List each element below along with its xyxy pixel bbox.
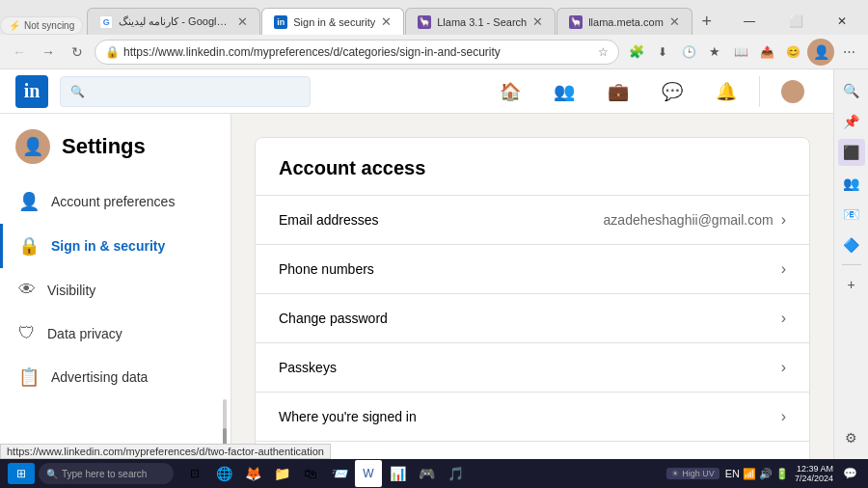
sidebar-label-data-privacy: Data privacy — [47, 326, 122, 341]
taskbar-app-firefox[interactable]: 🦊 — [239, 460, 266, 487]
settings-item-signed-in[interactable]: Where you're signed in › — [256, 393, 809, 442]
settings-menu-button[interactable]: ⋯ — [837, 41, 860, 64]
minimize-button[interactable]: — — [727, 8, 772, 35]
right-sidebar-add-icon[interactable]: + — [838, 271, 865, 298]
tab-favicon-linkedin: in — [274, 15, 287, 29]
extensions-button[interactable]: 🧩 — [625, 41, 648, 64]
taskbar-system-icons: EN 📶 🔊 🔋 — [725, 468, 789, 480]
sign-in-icon: 🔒 — [18, 235, 40, 257]
email-label: Email addresses — [279, 212, 604, 228]
right-sidebar-contacts-icon[interactable]: 👥 — [838, 170, 865, 197]
profile-avatar-icon: 👤 — [813, 44, 829, 60]
settings-item-devices[interactable]: Devices that remember your password › — [256, 442, 809, 459]
taskbar-search-box[interactable]: 🔍 Type here to search — [39, 463, 174, 484]
right-sidebar-search-icon[interactable]: 🔍 — [838, 77, 865, 104]
settings-item-email[interactable]: Email addresses azadeheshaghii@gmail.com… — [256, 196, 809, 245]
sidebar-item-advertising-data[interactable]: 📋 Advertising data — [0, 355, 231, 399]
nav-divider — [759, 76, 760, 107]
nav-notifications[interactable]: 🔔 — [701, 77, 751, 106]
nav-home[interactable]: 🏠 — [485, 77, 535, 106]
feedback-button[interactable]: 😊 — [781, 41, 804, 64]
taskbar-app-unknown2[interactable]: 🎵 — [442, 460, 469, 487]
email-value: azadeheshaghii@gmail.com — [604, 212, 773, 228]
taskbar-apps: ⊡ 🌐 🦊 📁 🛍 📨 W 📊 🎮 🎵 — [181, 460, 469, 487]
sidebar-item-data-privacy[interactable]: 🛡 Data privacy — [0, 312, 231, 355]
favorites-button[interactable]: ★ — [703, 41, 726, 64]
account-preferences-icon: 👤 — [18, 191, 40, 212]
sidebar-item-visibility[interactable]: 👁 Visibility — [0, 268, 231, 312]
tab-linkedin[interactable]: in Sign in & security ✕ — [261, 8, 404, 35]
passkeys-arrow-icon: › — [781, 359, 786, 376]
taskbar-search-text: Type here to search — [62, 469, 147, 479]
settings-item-password[interactable]: Change password › — [256, 294, 809, 343]
not-syncing-indicator[interactable]: ⚡ Not syncing — [0, 16, 83, 35]
sidebar-item-account-preferences[interactable]: 👤 Account preferences — [0, 179, 231, 224]
tab-title-llama-meta: llama.meta.com — [588, 16, 664, 28]
tab-close-google[interactable]: ✕ — [237, 14, 248, 29]
tab-llama-search[interactable]: 🦙 Llama 3.1 - Search ✕ — [405, 8, 556, 35]
history-button[interactable]: 🕒 — [677, 41, 700, 64]
tab-close-llama-meta[interactable]: ✕ — [669, 14, 680, 29]
back-button[interactable]: ← — [8, 41, 31, 64]
taskbar-app-unknown1[interactable]: 🎮 — [413, 460, 440, 487]
tab-close-llama-search[interactable]: ✕ — [532, 14, 543, 29]
taskbar-status-badge: ☀ High UV — [666, 468, 719, 479]
right-sidebar-separator — [842, 264, 861, 265]
tab-google[interactable]: G کارنامه لیدینگ - Google Leiting ✕ — [87, 8, 260, 35]
right-sidebar-history-icon[interactable]: ⬛ — [838, 139, 865, 166]
taskbar-app-task-view[interactable]: ⊡ — [181, 460, 208, 487]
start-button[interactable]: ⊞ — [8, 463, 35, 484]
tab-close-linkedin[interactable]: ✕ — [381, 14, 392, 29]
taskbar-app-powerpoint[interactable]: 📊 — [384, 460, 411, 487]
taskbar-app-edge[interactable]: 🌐 — [210, 460, 237, 487]
content-area: in 🔍 🏠 👥 💼 — [0, 69, 868, 459]
settings-item-passkeys[interactable]: Passkeys › — [256, 343, 809, 393]
taskbar-datetime: 12:39 AM 7/24/2024 — [795, 464, 833, 483]
settings-item-phone[interactable]: Phone numbers › — [256, 245, 809, 294]
nav-messaging[interactable]: 💬 — [647, 77, 697, 106]
taskbar-search-icon: 🔍 — [46, 469, 58, 479]
right-sidebar-settings-icon[interactable]: ⚙ — [838, 424, 865, 451]
me-avatar — [781, 80, 804, 103]
nav-network[interactable]: 👥 — [539, 77, 589, 106]
visibility-icon: 👁 — [18, 280, 36, 300]
tab-llama-meta[interactable]: 🦙 llama.meta.com ✕ — [556, 8, 692, 35]
sidebar-scroll-indicator — [0, 399, 231, 419]
sidebar-label-sign-in-security: Sign in & security — [51, 238, 165, 254]
address-bar[interactable]: 🔒 https://www.linkedin.com/mypreferences… — [95, 40, 619, 65]
passkeys-label: Passkeys — [279, 360, 781, 375]
share-button[interactable]: 📤 — [755, 41, 778, 64]
linkedin-logo[interactable]: in — [15, 75, 48, 108]
maximize-button[interactable]: ⬜ — [773, 8, 818, 35]
right-sidebar-office-icon[interactable]: 🔷 — [838, 231, 865, 258]
network-icon: 👥 — [554, 81, 575, 102]
close-window-button[interactable]: ✕ — [820, 8, 864, 35]
tab-title-llama-search: Llama 3.1 - Search — [437, 16, 527, 28]
downloads-button[interactable]: ⬇ — [651, 41, 674, 64]
phone-arrow-icon: › — [781, 260, 786, 278]
notification-button[interactable]: 💬 — [839, 463, 860, 484]
browser-status-bar: https://www.linkedin.com/mypreferences/d… — [0, 444, 331, 459]
bookmark-star-icon[interactable]: ☆ — [598, 45, 609, 59]
windows-icon: ⊞ — [16, 467, 26, 480]
sidebar-item-sign-in-security[interactable]: 🔒 Sign in & security — [0, 224, 231, 268]
linkedin-search-bar[interactable]: 🔍 — [60, 76, 311, 107]
signed-in-arrow-icon: › — [781, 408, 786, 425]
taskbar-app-mail[interactable]: 📨 — [326, 460, 353, 487]
taskbar-app-word[interactable]: W — [355, 460, 382, 487]
refresh-button[interactable]: ↻ — [66, 41, 89, 64]
taskbar-app-store[interactable]: 🛍 — [297, 460, 324, 487]
browser-toolbar-right: 🧩 ⬇ 🕒 ★ 📖 📤 😊 👤 ⋯ — [625, 39, 860, 66]
taskbar-app-explorer[interactable]: 📁 — [268, 460, 295, 487]
new-tab-button[interactable]: + — [693, 8, 720, 35]
signed-in-label: Where you're signed in — [279, 409, 781, 424]
browser-profile-button[interactable]: 👤 — [807, 39, 834, 66]
nav-me[interactable] — [768, 76, 818, 107]
reading-list-button[interactable]: 📖 — [729, 41, 752, 64]
forward-button[interactable]: → — [37, 41, 60, 64]
linkedin-header: in 🔍 🏠 👥 💼 — [0, 69, 833, 114]
right-sidebar-collections-icon[interactable]: 📌 — [838, 108, 865, 135]
nav-jobs[interactable]: 💼 — [593, 77, 643, 106]
status-bar-url: https://www.linkedin.com/mypreferences/d… — [7, 446, 324, 457]
right-sidebar-outlook-icon[interactable]: 📧 — [838, 201, 865, 228]
